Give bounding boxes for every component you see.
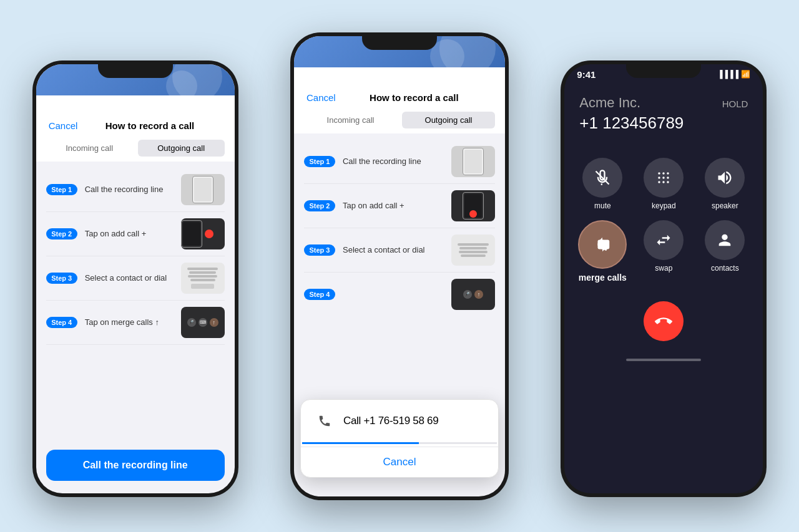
swap-button[interactable]: swap bbox=[638, 220, 689, 283]
step-badge-3-left: Step 3 bbox=[46, 273, 77, 284]
step-thumb-1-left bbox=[181, 174, 225, 205]
svg-point-8 bbox=[663, 181, 665, 183]
step-item-1-left: Step 1 Call the recording line bbox=[46, 168, 225, 212]
swap-circle bbox=[644, 220, 684, 260]
tab-outgoing-center[interactable]: Outgoing call bbox=[402, 112, 495, 128]
mute-label: mute bbox=[594, 201, 611, 210]
wifi-icon: 📶 bbox=[741, 70, 750, 79]
caller-name: Acme Inc. bbox=[579, 95, 640, 111]
svg-point-7 bbox=[659, 181, 661, 183]
mute-circle bbox=[582, 158, 622, 198]
dialog-cancel-button[interactable]: Cancel bbox=[301, 447, 498, 477]
svg-point-6 bbox=[667, 177, 670, 179]
svg-point-3 bbox=[667, 172, 670, 175]
steps-list-center: Step 1 Call the recording line Step 2 Ta… bbox=[294, 133, 505, 322]
header-left: Cancel How to record a call bbox=[36, 95, 235, 137]
step-badge-3-center: Step 3 bbox=[304, 244, 335, 256]
tab-incoming-center[interactable]: Incoming call bbox=[304, 112, 397, 128]
step-text-1-center: Call the recording line bbox=[343, 157, 444, 166]
keypad-button[interactable]: keypad bbox=[638, 158, 689, 210]
contacts-label: contacts bbox=[711, 264, 739, 273]
svg-point-2 bbox=[663, 172, 665, 175]
step-text-4-left: Tap on merge calls ↑ bbox=[85, 317, 174, 327]
phone-center: Cancel How to record a call Incoming cal… bbox=[290, 32, 509, 500]
step-thumb-2-left bbox=[181, 218, 225, 249]
contacts-button[interactable]: contacts bbox=[699, 220, 750, 283]
caller-section: Acme Inc. HOLD +1 123456789 bbox=[564, 82, 763, 139]
merge-calls-button[interactable]: merge calls bbox=[577, 220, 628, 283]
step-item-4-center: Step 4 🎤 ↑ bbox=[304, 273, 495, 316]
notch-left bbox=[98, 60, 173, 78]
screen-title-left: How to record a call bbox=[77, 120, 222, 131]
contacts-circle bbox=[705, 220, 745, 260]
cta-button-left[interactable]: Call the recording line bbox=[46, 450, 225, 481]
speaker-button[interactable]: speaker bbox=[699, 158, 750, 210]
step-text-1-left: Call the recording line bbox=[85, 185, 174, 194]
step-item-3-center: Step 3 Select a contact or dial bbox=[304, 228, 495, 273]
tab-bar-center: Incoming call Outgoing call bbox=[294, 109, 505, 133]
svg-point-9 bbox=[667, 181, 670, 183]
step-item-4-left: Step 4 Tap on merge calls ↑ 🎤 ⌨ ↑ bbox=[46, 301, 225, 345]
call-controls: mute keypad bbox=[564, 139, 763, 289]
signal-icon: ▐▐▐▐ bbox=[717, 70, 738, 79]
end-call-bar bbox=[564, 289, 763, 354]
notch-right bbox=[626, 60, 701, 78]
step-thumb-3-left bbox=[181, 263, 225, 294]
hold-label: HOLD bbox=[722, 99, 748, 109]
phones-container: Cancel How to record a call Incoming cal… bbox=[0, 0, 799, 532]
status-icons: ▐▐▐▐ 📶 bbox=[717, 70, 750, 79]
step-text-2-left: Tap on add call + bbox=[85, 229, 174, 238]
step-thumb-4-left: 🎤 ⌨ ↑ bbox=[181, 307, 225, 338]
svg-point-5 bbox=[663, 177, 665, 179]
tab-incoming-left[interactable]: Incoming call bbox=[46, 140, 133, 157]
home-indicator-right bbox=[626, 359, 701, 361]
step-badge-4-center: Step 4 bbox=[304, 289, 335, 300]
step-item-3-left: Step 3 Select a contact or dial bbox=[46, 256, 225, 301]
keypad-label: keypad bbox=[652, 201, 676, 210]
cancel-button-center[interactable]: Cancel bbox=[306, 92, 336, 103]
swap-label: swap bbox=[655, 264, 672, 273]
speaker-circle bbox=[705, 158, 745, 198]
step-thumb-2-center bbox=[451, 190, 495, 221]
phone-right: 9:41 ▐▐▐▐ 📶 Acme Inc. HOLD +1 123456789 bbox=[561, 60, 767, 497]
step-badge-4-left: Step 4 bbox=[46, 317, 77, 328]
keypad-circle bbox=[644, 158, 684, 198]
header-center: Cancel How to record a call bbox=[294, 67, 505, 109]
merge-circle bbox=[578, 220, 627, 269]
call-dialog-top: Call +1 76-519 58 69 bbox=[301, 400, 498, 442]
screen-right: 9:41 ▐▐▐▐ 📶 Acme Inc. HOLD +1 123456789 bbox=[564, 64, 763, 493]
progress-bar bbox=[302, 442, 497, 444]
step-badge-2-center: Step 2 bbox=[304, 200, 335, 211]
phone-icon bbox=[313, 410, 336, 432]
mute-button[interactable]: mute bbox=[577, 158, 628, 210]
notch-center bbox=[362, 32, 437, 50]
step-thumb-3-center bbox=[451, 235, 495, 266]
screen-left: Cancel How to record a call Incoming cal… bbox=[36, 64, 235, 493]
step-thumb-1-center bbox=[451, 146, 495, 177]
step-badge-2-left: Step 2 bbox=[46, 228, 77, 239]
step-item-2-center: Step 2 Tap on add call + bbox=[304, 184, 495, 228]
steps-list-left: Step 1 Call the recording line Step 2 Ta… bbox=[36, 162, 235, 351]
cancel-button-left[interactable]: Cancel bbox=[49, 120, 78, 131]
step-text-3-left: Select a contact or dial bbox=[85, 273, 174, 283]
screen-center: Cancel How to record a call Incoming cal… bbox=[294, 36, 505, 496]
svg-point-1 bbox=[659, 172, 661, 175]
status-time: 9:41 bbox=[577, 69, 596, 80]
call-number: Call +1 76-519 58 69 bbox=[343, 415, 486, 427]
step-text-2-center: Tap on add call + bbox=[343, 201, 444, 210]
end-call-button[interactable] bbox=[644, 301, 684, 341]
step-badge-1-left: Step 1 bbox=[46, 184, 77, 195]
caller-number: +1 123456789 bbox=[579, 114, 748, 133]
merge-calls-label: merge calls bbox=[579, 273, 627, 283]
step-item-2-left: Step 2 Tap on add call + bbox=[46, 212, 225, 256]
step-item-1-center: Step 1 Call the recording line bbox=[304, 140, 495, 184]
call-dialog: Call +1 76-519 58 69 Cancel bbox=[300, 399, 499, 478]
phone-left: Cancel How to record a call Incoming cal… bbox=[32, 60, 238, 497]
tab-outgoing-left[interactable]: Outgoing call bbox=[138, 140, 225, 157]
svg-point-4 bbox=[659, 177, 661, 179]
step-text-3-center: Select a contact or dial bbox=[343, 245, 444, 254]
step-thumb-4-center: 🎤 ↑ bbox=[451, 279, 495, 310]
cta-bar-left: Call the recording line bbox=[46, 450, 225, 481]
screen-title-center: How to record a call bbox=[336, 92, 493, 103]
progress-fill bbox=[302, 442, 419, 444]
